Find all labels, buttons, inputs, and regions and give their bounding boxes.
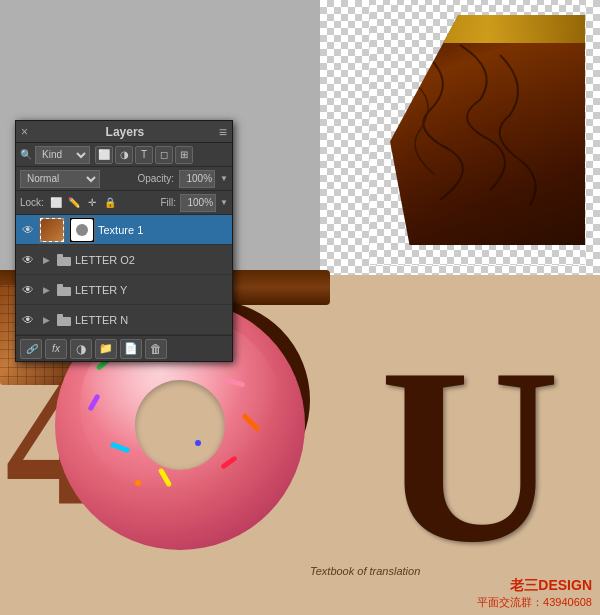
- fill-dropdown-icon[interactable]: ▼: [220, 198, 228, 207]
- layer-name: LETTER Y: [75, 284, 228, 296]
- linked-layers-button[interactable]: 🔗: [20, 339, 42, 359]
- panel-toolbar: 🔗 fx ◑ 📁 📄 🗑: [16, 335, 232, 361]
- food-pie-image: [370, 5, 585, 265]
- layer-group-icon: [56, 282, 72, 298]
- opacity-dropdown-icon[interactable]: ▼: [220, 174, 228, 183]
- filter-text-icon[interactable]: T: [135, 146, 153, 164]
- layers-panel: × Layers ≡ 🔍 Kind ⬜ ◑ T ◻ ⊞ Normal Opaci…: [15, 120, 233, 362]
- delete-layer-button[interactable]: 🗑: [145, 339, 167, 359]
- filter-adjust-icon[interactable]: ◑: [115, 146, 133, 164]
- layer-row[interactable]: 👁 ▶ LETTER Y: [16, 275, 232, 305]
- layer-name: Texture 1: [98, 224, 221, 236]
- fill-input[interactable]: [180, 194, 216, 212]
- lock-move-icon[interactable]: ✛: [84, 195, 100, 211]
- layer-thumbnail: [39, 217, 65, 243]
- svg-rect-1: [57, 254, 63, 258]
- fx-button[interactable]: fx: [45, 339, 67, 359]
- layer-name: LETTER O2: [75, 254, 228, 266]
- svg-rect-0: [57, 257, 71, 266]
- filter-pixel-icon[interactable]: ⬜: [95, 146, 113, 164]
- layer-visibility-toggle[interactable]: 👁: [20, 282, 36, 298]
- blend-mode-select[interactable]: Normal: [20, 170, 100, 188]
- layer-row[interactable]: 👁 ▶ LETTER N: [16, 305, 232, 335]
- mask-button[interactable]: ◑: [70, 339, 92, 359]
- svg-rect-5: [57, 314, 63, 318]
- lock-row: Lock: ⬜ ✏️ ✛ 🔒 Fill: ▼: [16, 191, 232, 215]
- filter-shape-icon[interactable]: ◻: [155, 146, 173, 164]
- new-layer-button[interactable]: 📄: [120, 339, 142, 359]
- layer-row[interactable]: 👁 Texture 1: [16, 215, 232, 245]
- panel-close-button[interactable]: ×: [21, 127, 31, 137]
- opacity-label: Opacity:: [137, 173, 174, 184]
- filter-kind-select[interactable]: Kind: [35, 146, 90, 164]
- opacity-input[interactable]: [179, 170, 215, 188]
- layer-expand-icon[interactable]: ▶: [39, 253, 53, 267]
- layer-visibility-toggle[interactable]: 👁: [20, 312, 36, 328]
- fill-label: Fill:: [161, 197, 177, 208]
- blend-mode-row: Normal Opacity: ▼: [16, 167, 232, 191]
- lock-icons: ⬜ ✏️ ✛ 🔒: [48, 195, 118, 211]
- watermark: 老三DESIGN 平面交流群：43940608: [477, 577, 592, 610]
- filter-icon-group: ⬜ ◑ T ◻ ⊞: [95, 146, 193, 164]
- lock-label: Lock:: [20, 197, 44, 208]
- layer-row[interactable]: 👁 ▶ LETTER O2: [16, 245, 232, 275]
- layer-visibility-toggle[interactable]: 👁: [20, 222, 36, 238]
- filter-row: 🔍 Kind ⬜ ◑ T ◻ ⊞: [16, 143, 232, 167]
- layers-list: 👁 Texture 1 👁 ▶ LETTER O2: [16, 215, 232, 335]
- panel-title: Layers: [106, 125, 145, 139]
- panel-menu-button[interactable]: ≡: [219, 124, 227, 140]
- layer-expand-icon[interactable]: ▶: [39, 283, 53, 297]
- layer-mask: [69, 217, 95, 243]
- layer-group-icon: [56, 312, 72, 328]
- svg-rect-4: [57, 317, 71, 326]
- layer-group-icon: [56, 252, 72, 268]
- svg-rect-2: [57, 287, 71, 296]
- lock-all-icon[interactable]: 🔒: [102, 195, 118, 211]
- layer-name: LETTER N: [75, 314, 228, 326]
- letter-u: U: [360, 350, 580, 580]
- new-group-button[interactable]: 📁: [95, 339, 117, 359]
- lock-brush-icon[interactable]: ✏️: [66, 195, 82, 211]
- selected-indicator: [224, 217, 228, 242]
- filter-smart-icon[interactable]: ⊞: [175, 146, 193, 164]
- svg-rect-3: [57, 284, 63, 288]
- search-icon: 🔍: [20, 149, 32, 160]
- layer-expand-icon[interactable]: ▶: [39, 313, 53, 327]
- panel-titlebar: × Layers ≡: [16, 121, 232, 143]
- lock-checkerboard-icon[interactable]: ⬜: [48, 195, 64, 211]
- layer-visibility-toggle[interactable]: 👁: [20, 252, 36, 268]
